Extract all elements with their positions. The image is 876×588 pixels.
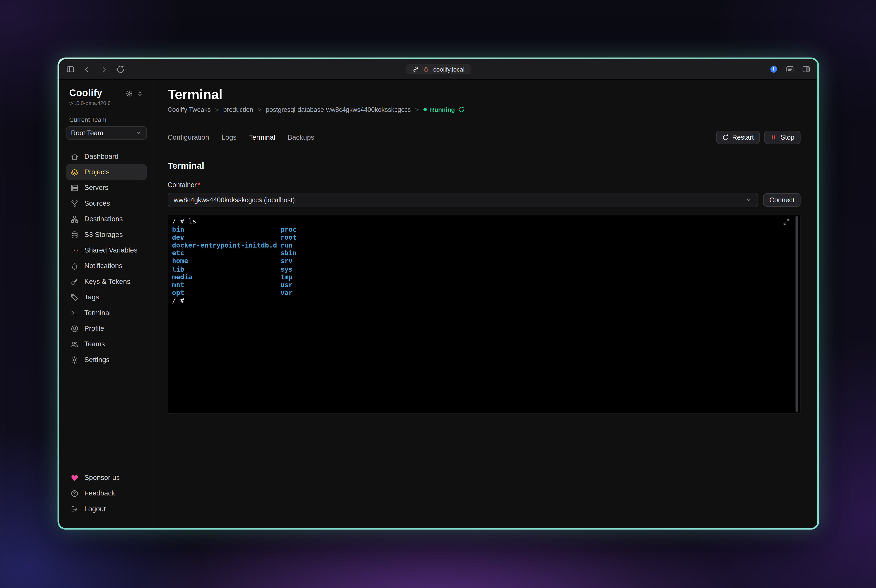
feedback-link[interactable]: Feedback bbox=[66, 486, 147, 501]
terminal-prompt: / # bbox=[172, 297, 789, 305]
forward-icon[interactable] bbox=[99, 65, 108, 74]
browser-toolbar: coolify.local bbox=[59, 59, 817, 80]
sidebar-item-s3-storages[interactable]: S3 Storages bbox=[66, 227, 147, 242]
sidebar-item-label: Servers bbox=[84, 184, 108, 192]
reader-icon[interactable] bbox=[786, 65, 795, 74]
layers-icon bbox=[70, 168, 79, 176]
tab-configuration[interactable]: Configuration bbox=[168, 134, 209, 142]
terminal-ls-row: mediatmp bbox=[172, 273, 789, 281]
collapse-chevrons-icon[interactable] bbox=[136, 90, 144, 97]
server-icon bbox=[70, 183, 79, 192]
help-circle-icon bbox=[70, 489, 79, 497]
logout-link[interactable]: Logout bbox=[66, 501, 147, 517]
sidebar-item-tags[interactable]: Tags bbox=[66, 290, 147, 305]
connect-button[interactable]: Connect bbox=[764, 194, 801, 207]
stop-icon bbox=[771, 134, 777, 141]
sidebar-item-servers[interactable]: Servers bbox=[66, 180, 147, 195]
link-icon bbox=[412, 66, 419, 73]
restart-button[interactable]: Restart bbox=[716, 131, 760, 144]
stop-button[interactable]: Stop bbox=[764, 131, 801, 144]
browser-window: coolify.local bbox=[57, 57, 819, 530]
sidebar-item-shared-variables[interactable]: {x} Shared Variables bbox=[66, 243, 147, 258]
database-icon bbox=[70, 231, 79, 239]
breadcrumb: Coolify Tweaks > production > postgresql… bbox=[168, 106, 801, 113]
sidebar-item-label: Tags bbox=[84, 293, 99, 301]
fullscreen-expand-icon[interactable] bbox=[783, 219, 790, 226]
chevron-down-icon bbox=[135, 130, 142, 136]
sidebar-item-keys-tokens[interactable]: Keys & Tokens bbox=[66, 274, 147, 289]
restart-label: Restart bbox=[732, 134, 754, 142]
required-asterisk: * bbox=[198, 181, 200, 189]
terminal-emulator[interactable]: / # ls binproc devroot docker-entrypoint… bbox=[168, 214, 801, 414]
network-icon bbox=[70, 215, 79, 223]
stop-label: Stop bbox=[780, 134, 794, 142]
address-bar[interactable]: coolify.local bbox=[405, 64, 471, 74]
sidebar-item-label: Dashboard bbox=[84, 153, 118, 160]
toolbar-left-group bbox=[66, 65, 125, 74]
sidebar-footer: Sponsor us Feedback Logout bbox=[66, 470, 147, 517]
sidebar-item-label: Destinations bbox=[84, 215, 123, 223]
bell-icon bbox=[70, 262, 79, 270]
extension-badge-icon[interactable] bbox=[770, 65, 778, 74]
sidebar-item-sources[interactable]: Sources bbox=[66, 195, 147, 211]
terminal-scrollbar[interactable] bbox=[795, 216, 799, 412]
section-title: Terminal bbox=[168, 161, 801, 171]
sidebar-toggle-icon[interactable] bbox=[66, 65, 75, 74]
sidebar-item-label: Settings bbox=[84, 356, 110, 364]
status-dot bbox=[423, 108, 427, 111]
chevron-down-icon bbox=[746, 197, 752, 204]
sidebar-item-label: Terminal bbox=[84, 309, 111, 317]
sidebar-item-destinations[interactable]: Destinations bbox=[66, 211, 147, 227]
sidebar-item-projects[interactable]: Projects bbox=[66, 164, 147, 180]
tab-logs[interactable]: Logs bbox=[221, 134, 237, 142]
container-select[interactable]: ww8c4gkws4400koksskcgccs (localhost) bbox=[168, 193, 758, 207]
terminal-scrollbar-thumb[interactable] bbox=[795, 216, 798, 412]
breadcrumb-separator: > bbox=[215, 106, 219, 113]
tab-terminal[interactable]: Terminal bbox=[249, 134, 275, 142]
breadcrumb-separator: > bbox=[415, 106, 419, 113]
sidebar-item-dashboard[interactable]: Dashboard bbox=[66, 148, 147, 164]
theme-toggle-icon[interactable] bbox=[126, 90, 133, 97]
split-view-icon[interactable] bbox=[802, 65, 811, 74]
sidebar-item-terminal[interactable]: Terminal bbox=[66, 305, 147, 321]
sidebar-item-label: Teams bbox=[84, 340, 105, 348]
sidebar-item-label: Sources bbox=[84, 200, 110, 207]
user-circle-icon bbox=[70, 324, 79, 333]
team-select-value: Root Team bbox=[71, 129, 104, 137]
tab-backups[interactable]: Backups bbox=[288, 134, 314, 142]
back-icon[interactable] bbox=[82, 65, 92, 74]
sponsor-us-link[interactable]: Sponsor us bbox=[66, 470, 147, 485]
status-refresh-icon[interactable] bbox=[458, 106, 465, 113]
users-icon bbox=[70, 340, 79, 348]
sidebar-item-teams[interactable]: Teams bbox=[66, 336, 147, 352]
footer-item-label: Feedback bbox=[84, 489, 115, 497]
heart-icon bbox=[70, 474, 79, 482]
terminal-icon bbox=[70, 309, 79, 317]
sidebar-item-notifications[interactable]: Notifications bbox=[66, 258, 147, 274]
container-field-label: Container* bbox=[168, 181, 801, 189]
sidebar-item-label: Shared Variables bbox=[84, 246, 138, 254]
terminal-command-line: / # ls bbox=[172, 218, 789, 225]
reload-icon[interactable] bbox=[116, 65, 125, 74]
sidebar-item-label: Keys & Tokens bbox=[84, 278, 130, 285]
sidebar-item-label: Profile bbox=[84, 324, 104, 332]
breadcrumb-resource[interactable]: postgresql-database-ww8c4gkws4400koksskc… bbox=[266, 106, 411, 113]
team-select[interactable]: Root Team bbox=[66, 126, 147, 140]
breadcrumb-project[interactable]: Coolify Tweaks bbox=[168, 106, 211, 113]
terminal-ls-row: docker-entrypoint-initdb.drun bbox=[172, 241, 789, 249]
sidebar-nav: Dashboard Projects Servers Sources bbox=[66, 148, 147, 368]
key-icon bbox=[70, 278, 79, 286]
sidebar-item-profile[interactable]: Profile bbox=[66, 321, 147, 336]
app-version: v4.0.0-beta.420.6 bbox=[66, 99, 147, 106]
footer-item-label: Logout bbox=[84, 505, 106, 513]
svg-text:{x}: {x} bbox=[70, 248, 78, 253]
sidebar-item-label: Notifications bbox=[84, 262, 122, 270]
sidebar-item-settings[interactable]: Settings bbox=[66, 352, 147, 368]
terminal-ls-row: etcsbin bbox=[172, 249, 789, 257]
breadcrumb-environment[interactable]: production bbox=[223, 106, 254, 113]
git-fork-icon bbox=[70, 199, 79, 207]
terminal-ls-row: devroot bbox=[172, 233, 789, 241]
gear-icon bbox=[70, 356, 79, 364]
sidebar-item-label: Projects bbox=[84, 168, 110, 176]
variable-icon: {x} bbox=[70, 246, 79, 254]
